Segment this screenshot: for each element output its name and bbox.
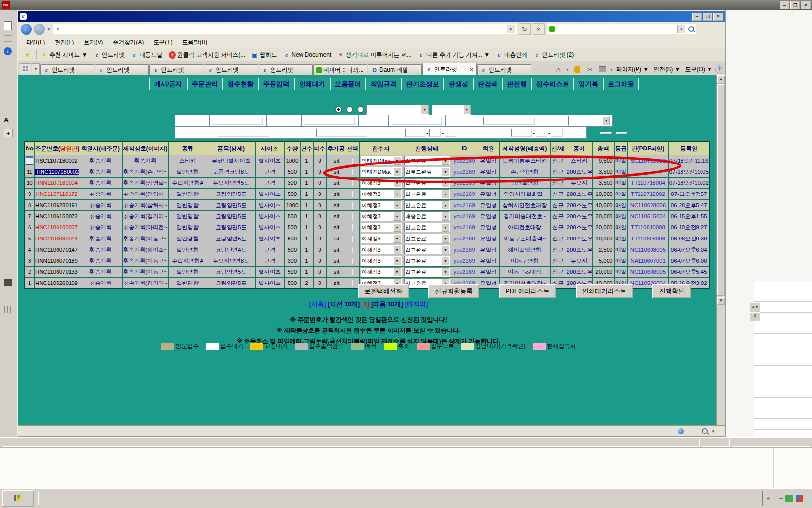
- date-end-day[interactable]: [551, 129, 563, 137]
- status-select[interactable]: 입고완료▼: [404, 200, 450, 210]
- select-checkbox[interactable]: [352, 179, 353, 186]
- letter-a-tool-icon[interactable]: A: [4, 116, 9, 124]
- pdf-link[interactable]: TT110608008: [627, 233, 668, 244]
- maker-link[interactable]: 취송기획(이동구~: [122, 255, 168, 267]
- pagination-link[interactable]: [다음 10개]: [371, 300, 403, 308]
- read-mail-icon[interactable]: [585, 65, 594, 74]
- command-bar-item[interactable]: 도구(O) ▼: [685, 65, 712, 74]
- order-no-link[interactable]: HNC1106070147: [35, 247, 78, 253]
- nav-menu-item[interactable]: 게시/공지: [149, 78, 187, 90]
- action-button[interactable]: 진행확인: [652, 284, 691, 298]
- forward-button[interactable]: →: [34, 24, 45, 35]
- search-icon[interactable]: [688, 26, 694, 32]
- menu-item[interactable]: 보기(V): [79, 37, 107, 47]
- scroll-down-icon[interactable]: ▼: [717, 297, 725, 305]
- search-dropdown-icon[interactable]: ▼: [677, 25, 685, 33]
- favorites-bar-item[interactable]: 다른 추가 기능 가져... ▼: [415, 50, 493, 60]
- maker-name-input[interactable]: [316, 129, 367, 137]
- minimize-icon[interactable]: ─: [780, 1, 789, 9]
- pdf-link[interactable]: SC110718001: [627, 155, 668, 166]
- quick-tabs-button[interactable]: [20, 63, 31, 74]
- command-bar-item[interactable]: 안전(S) ▼: [653, 65, 680, 74]
- favorites-bar-item[interactable]: 대흥인쇄: [493, 50, 530, 60]
- order-no-link[interactable]: HNC1106100007: [35, 224, 78, 230]
- nav-menu-item[interactable]: 엄기복: [574, 78, 603, 90]
- favorites-bar-item[interactable]: New Document: [280, 50, 334, 60]
- nav-menu-item[interactable]: 로그아웃: [603, 78, 639, 90]
- radio-all[interactable]: [335, 106, 342, 113]
- radio-ibm[interactable]: [358, 106, 364, 113]
- favorites-bar-item[interactable]: 원클릭 고객지원 서비스(...: [166, 50, 248, 60]
- tray-app-icon-1[interactable]: [785, 495, 793, 502]
- maker-link[interactable]: 취송기획(이동구~: [122, 267, 168, 278]
- pdf-link[interactable]: NC110628006: [627, 200, 668, 211]
- order-no-link[interactable]: HNC1106280191: [35, 202, 78, 208]
- browser-tab[interactable]: 인트라넷 ✕: [204, 64, 258, 75]
- status-select[interactable]: 배송완료▼: [404, 211, 450, 221]
- stop-icon[interactable]: ✕: [533, 23, 545, 35]
- reset-button[interactable]: [600, 132, 612, 134]
- scroll-up-icon[interactable]: ▲▼: [750, 303, 760, 312]
- nav-menu-item[interactable]: 접수현황: [223, 78, 259, 90]
- browser-tab[interactable]: 인트라넷 ✕: [40, 64, 94, 75]
- maker-link[interactable]: 취송기획(안양서~: [122, 189, 168, 200]
- feeds-icon[interactable]: [574, 66, 580, 73]
- date-start-day[interactable]: [445, 129, 456, 137]
- close-icon[interactable]: ✕: [801, 1, 811, 9]
- zoom-control[interactable]: ▼: [701, 428, 715, 434]
- favorites-bar-item[interactable]: 인트라넷 (2): [530, 50, 577, 60]
- maker-link[interactable]: 취송기획(손근식~: [122, 166, 168, 178]
- maximize-icon[interactable]: ❐: [703, 13, 712, 21]
- pdf-link[interactable]: NC110608005: [627, 267, 668, 278]
- date-start-year[interactable]: [405, 129, 425, 137]
- pdf-link[interactable]: NC110615004: [627, 211, 668, 222]
- status-select[interactable]: 입고완료▼: [404, 234, 450, 243]
- select-checkbox[interactable]: [352, 168, 353, 175]
- select-checkbox[interactable]: [352, 191, 353, 197]
- maker-link[interactable]: 취송기획(헤이즐~: [122, 244, 168, 255]
- receiver-select[interactable]: 이혜정3▼: [361, 256, 402, 266]
- order-no-link[interactable]: HSC1107180002: [35, 158, 77, 164]
- select-checkbox[interactable]: [352, 280, 353, 286]
- select-checkbox[interactable]: [352, 213, 353, 220]
- order-no-link[interactable]: HNC1106150072: [35, 213, 78, 219]
- menu-item[interactable]: 즐겨찾기(A): [108, 37, 148, 47]
- favorites-bar-item[interactable]: 대동토탈: [128, 50, 166, 60]
- find-button[interactable]: [616, 132, 627, 134]
- plus-tool-icon[interactable]: +: [4, 129, 13, 137]
- status-select[interactable]: 입고완료▼: [404, 178, 450, 188]
- help-icon[interactable]: ?: [715, 65, 723, 73]
- pagination-link[interactable]: [처음]: [309, 300, 326, 308]
- favorites-bar-item[interactable]: 웹하드: [248, 50, 280, 60]
- favorites-bar-item[interactable]: 생각대로 이루어지는 세...: [334, 50, 415, 60]
- order-no-link[interactable]: HNN1106070189: [35, 258, 78, 264]
- id-input[interactable]: [212, 117, 263, 125]
- maker-link[interactable]: 취송기획(아띠전~: [122, 222, 168, 233]
- order-no-link[interactable]: HNC1107110172: [35, 191, 77, 197]
- favorites-bar-item[interactable]: 추천 사이트 ▼: [38, 50, 90, 60]
- status-select[interactable]: 입고완료▼: [404, 189, 450, 199]
- home-icon[interactable]: [553, 65, 563, 74]
- info-icon[interactable]: i: [4, 47, 12, 55]
- scrollbar-thumb[interactable]: [717, 84, 725, 296]
- status-select[interactable]: 입고완료▼: [404, 245, 450, 254]
- tray-expand-icon[interactable]: «: [767, 495, 770, 502]
- action-button[interactable]: PDF에러리스트: [499, 284, 556, 298]
- receiver-select[interactable]: 이혜정3▼: [361, 178, 402, 188]
- maker-link[interactable]: 취송기획: [122, 155, 168, 166]
- status-select[interactable]: 입고완료▼: [404, 156, 450, 165]
- action-button[interactable]: 로젠택배전화: [358, 284, 409, 298]
- date-end-year[interactable]: [511, 129, 532, 137]
- maker-link[interactable]: 취송기획(정영필~: [122, 178, 168, 189]
- action-button[interactable]: 인쇄대기리스트: [576, 284, 633, 298]
- close-icon[interactable]: ✕: [470, 67, 474, 72]
- receiver-select[interactable]: 박태진DMac▼: [361, 167, 402, 177]
- dark-tool-icon[interactable]: [4, 279, 12, 286]
- url-dropdown-icon[interactable]: ▼: [507, 25, 515, 33]
- print-icon[interactable]: [599, 66, 606, 72]
- ime-help-icon[interactable]: [779, 498, 783, 499]
- select-checkbox[interactable]: [352, 257, 353, 264]
- url-field[interactable]: e ▼: [53, 24, 517, 34]
- browser-tab[interactable]: 인트라넷 ✕: [95, 64, 149, 75]
- back-button[interactable]: ←: [21, 24, 32, 35]
